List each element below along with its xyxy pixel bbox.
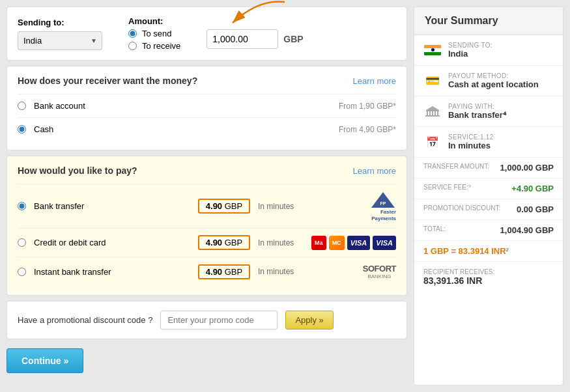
svg-rect-9 [437, 111, 438, 115]
paying-value: Bank transfer⁴ [448, 110, 506, 120]
payout-sublabel: PAYOUT METHOD: [448, 72, 539, 79]
to-send-radio[interactable] [128, 29, 137, 38]
transfer-amount-row: TRANSFER AMOUNT: 1,000.00 GBP [414, 158, 563, 178]
apply-button[interactable]: Apply » [285, 311, 333, 329]
maestro-icon: Ma [311, 236, 326, 250]
transfer-amount-value: 1,000.00 GBP [500, 163, 554, 173]
calendar-icon: 📅 [423, 135, 442, 149]
faster-payments-icon: FP FasterPayments [318, 191, 396, 221]
card-logos-icon: Ma MC VISA VISA [318, 236, 396, 250]
currency-label: GBP [283, 34, 303, 44]
amount-label: Amount: [128, 16, 180, 26]
summary-sending-item: SENDING TO: India [414, 35, 563, 66]
cash-radio[interactable] [18, 125, 26, 133]
paying-sublabel: PAYING WITH: [448, 103, 506, 110]
instant-bank-radio[interactable] [18, 268, 26, 276]
credit-debit-radio[interactable] [18, 238, 26, 247]
cash-label: Cash [34, 124, 331, 134]
receiver-learn-more[interactable]: Learn more [353, 76, 396, 86]
service-fee-row: SERVICE FEE:⁹ +4.90 GBP [414, 178, 563, 199]
instant-bank-fee: 4.90 GBP [198, 264, 250, 279]
bank-transfer-speed: In minutes [258, 202, 310, 211]
bank-account-label: Bank account [34, 101, 331, 111]
to-receive-label: To receive [142, 41, 180, 51]
sending-label: Sending to: [18, 18, 102, 27]
country-select[interactable]: India Pakistan Bangladesh Nepal Philippi… [18, 31, 102, 50]
recipient-value: 83,391.36 INR [423, 275, 494, 286]
continue-button[interactable]: Continue » [7, 348, 83, 373]
svg-rect-8 [435, 111, 436, 115]
pay-learn-more[interactable]: Learn more [353, 166, 396, 176]
sending-to-sublabel: SENDING TO: [448, 42, 492, 49]
service-value: In minutes [448, 141, 494, 150]
total-row: TOTAL: 1,004.90 GBP [414, 220, 563, 241]
summary-paying-item: PAYING WITH: Bank transfer⁴ [414, 96, 563, 127]
india-flag-icon [423, 43, 442, 57]
visa2-icon: VISA [373, 236, 396, 250]
payout-icon: 💳 [423, 74, 442, 88]
promo-discount-row: PROMOTION DISCOUNT: 0.00 GBP [414, 199, 563, 220]
pay-section-title: How would you like to pay? [18, 165, 137, 176]
service-fee-value: +4.90 GBP [511, 184, 554, 193]
svg-marker-10 [426, 106, 439, 110]
to-receive-radio[interactable] [128, 42, 137, 50]
pay-option-row-card: Credit or debit card 4.90 GBP In minutes… [18, 228, 396, 257]
credit-debit-speed: In minutes [258, 238, 310, 247]
bank-account-fee: From 1,90 GBP* [339, 102, 396, 111]
svg-rect-4 [425, 115, 440, 117]
promo-discount-value: 0.00 GBP [517, 204, 554, 214]
bank-icon [423, 104, 442, 119]
to-send-label: To send [142, 29, 172, 38]
promo-input[interactable] [160, 311, 278, 329]
svg-text:FP: FP [380, 201, 386, 206]
pay-option-row-instant: Instant bank transfer 4.90 GBP In minute… [18, 257, 396, 286]
service-sublabel: SERVICE:1,12 [448, 133, 494, 141]
bank-account-radio[interactable] [18, 102, 26, 110]
summary-title: Your Summary [414, 7, 563, 35]
summary-service-item: 📅 SERVICE:1,12 In minutes [414, 127, 563, 158]
bank-transfer-label: Bank transfer [34, 201, 190, 211]
mastercard-icon: MC [329, 236, 345, 250]
total-value: 1,004.90 GBP [500, 225, 554, 235]
recipient-label: RECIPIENT RECEIVES: [423, 268, 494, 275]
recipient-receives-row: RECIPIENT RECEIVES: 83,391.36 INR [414, 262, 563, 292]
receiver-section-title: How does your receiver want the money? [18, 76, 197, 86]
promo-label: Have a promotional discount code ? [18, 315, 152, 325]
visa-icon: VISA [347, 236, 371, 250]
exchange-rate: 1 GBP = 83.3914 INR² [414, 241, 563, 262]
sending-to-value: India [448, 49, 492, 59]
amount-input[interactable] [207, 29, 278, 49]
svg-rect-6 [429, 111, 431, 115]
sofort-icon: SOFORT BANKING [318, 264, 396, 279]
credit-debit-label: Credit or debit card [34, 238, 190, 247]
instant-bank-label: Instant bank transfer [34, 267, 190, 277]
svg-rect-3 [426, 110, 439, 111]
svg-rect-5 [427, 111, 428, 115]
payout-value: Cash at agent location [448, 79, 539, 89]
cash-fee: From 4,90 GBP* [339, 125, 396, 134]
bank-transfer-fee: 4.90 GBP [198, 199, 250, 214]
svg-rect-7 [432, 111, 433, 115]
bank-transfer-radio[interactable] [18, 202, 26, 210]
arrow-annotation [220, 0, 298, 31]
instant-bank-speed: In minutes [258, 267, 310, 276]
summary-payout-item: 💳 PAYOUT METHOD: Cash at agent location [414, 66, 563, 96]
credit-debit-fee: 4.90 GBP [198, 235, 250, 250]
pay-option-row-bank: Bank transfer 4.90 GBP In minutes FP Fas… [18, 184, 396, 228]
